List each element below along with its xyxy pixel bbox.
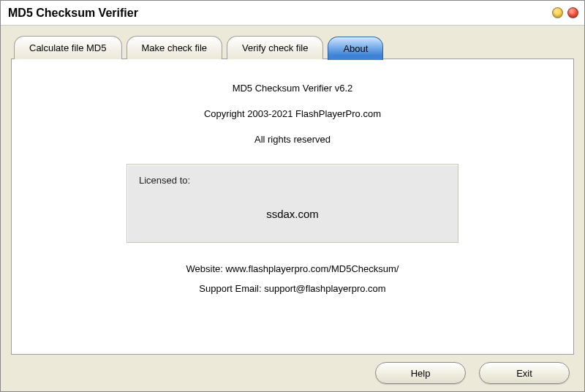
copyright-text: Copyright 2003-2021 FlashPlayerPro.com [204, 108, 381, 119]
tab-verify-check-file[interactable]: Verify check file [227, 36, 323, 59]
window-controls [552, 7, 578, 18]
minimize-icon[interactable] [552, 7, 563, 18]
window-title: MD5 Checksum Verifier [8, 7, 138, 20]
button-label: Exit [516, 368, 532, 379]
about-page: MD5 Checksum Verifier v6.2 Copyright 200… [11, 59, 574, 355]
tab-label: Calculate file MD5 [29, 42, 107, 53]
licensee-name: ssdax.com [139, 208, 446, 220]
titlebar: MD5 Checksum Verifier [1, 1, 584, 26]
button-row: Help Exit [11, 355, 574, 384]
support-email-text: Support Email: support@flashplayerpro.co… [199, 283, 385, 294]
product-name: MD5 Checksum Verifier v6.2 [233, 83, 353, 94]
license-box: Licensed to: ssdax.com [127, 164, 458, 243]
tab-make-check-file[interactable]: Make check file [127, 36, 223, 59]
tab-label: Verify check file [242, 42, 308, 53]
website-text: Website: www.flashplayerpro.com/MD5Check… [186, 263, 399, 274]
rights-text: All rights reserved [254, 134, 331, 145]
client-area: Calculate file MD5 Make check file Verif… [1, 26, 584, 391]
tab-about[interactable]: About [328, 37, 383, 60]
button-label: Help [411, 368, 431, 379]
tab-label: About [343, 43, 368, 54]
tab-strip: Calculate file MD5 Make check file Verif… [11, 36, 574, 59]
tab-calculate[interactable]: Calculate file MD5 [14, 36, 122, 59]
help-button[interactable]: Help [375, 362, 466, 384]
exit-button[interactable]: Exit [479, 362, 570, 384]
tab-label: Make check file [142, 42, 208, 53]
close-icon[interactable] [567, 7, 578, 18]
license-label: Licensed to: [139, 175, 446, 186]
